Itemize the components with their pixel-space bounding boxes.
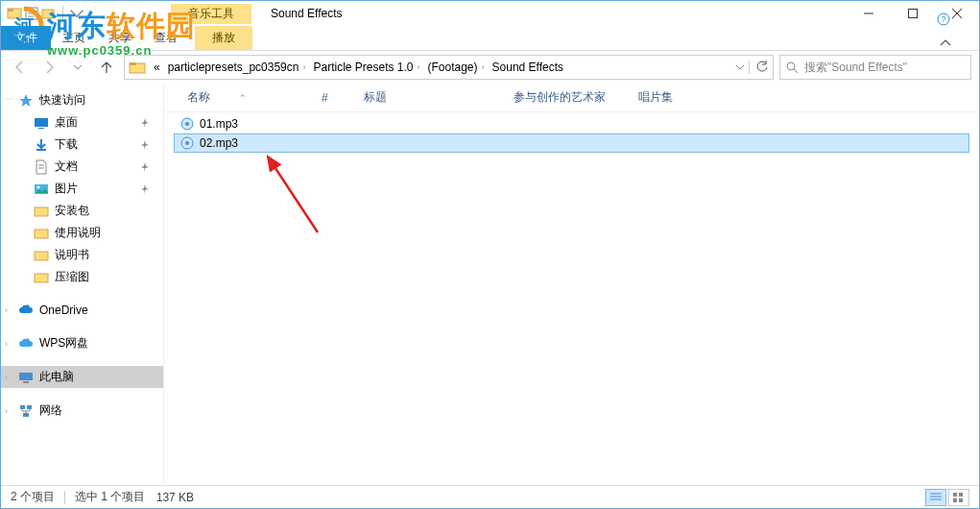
- desktop-icon: [34, 115, 49, 131]
- sidebar-label: 压缩图: [55, 269, 89, 285]
- navigation-pane: ﹀ 快速访问 桌面 下载 文档 图片 安装包: [1, 84, 164, 483]
- help-icon[interactable]: ?: [937, 12, 950, 26]
- col-name[interactable]: 名称⌃: [178, 84, 312, 111]
- crumb-item[interactable]: particlepresets_pc0359cn›: [164, 61, 310, 74]
- svg-rect-1: [8, 9, 13, 12]
- svg-rect-29: [23, 381, 29, 383]
- sidebar-label: 安装包: [55, 203, 89, 219]
- svg-text:?: ?: [941, 14, 945, 24]
- tab-home[interactable]: 主页: [51, 26, 97, 50]
- file-row[interactable]: 01.mp3: [174, 114, 969, 133]
- search-placeholder: 搜索"Sound Effects": [804, 60, 907, 76]
- chevron-right-icon: ›: [302, 62, 305, 72]
- minimize-button[interactable]: [847, 1, 891, 26]
- chevron-right-icon[interactable]: ›: [5, 406, 8, 416]
- new-folder-icon[interactable]: [41, 6, 57, 21]
- tab-play[interactable]: 播放: [195, 26, 252, 50]
- col-title[interactable]: 标题: [354, 84, 504, 111]
- svg-point-23: [37, 185, 40, 188]
- sidebar-folder[interactable]: 使用说明: [1, 222, 163, 244]
- sidebar-documents[interactable]: 文档: [1, 156, 163, 178]
- svg-rect-42: [953, 498, 957, 502]
- file-row[interactable]: 02.mp3: [174, 133, 969, 153]
- crumb-item[interactable]: Sound Effects: [489, 61, 568, 74]
- sidebar-label: 文档: [55, 158, 78, 175]
- crumb-item[interactable]: Particle Presets 1.0›: [309, 61, 423, 74]
- file-list[interactable]: 01.mp3 02.mp3: [164, 112, 979, 483]
- icons-view-button[interactable]: [948, 489, 969, 506]
- svg-line-16: [794, 69, 798, 73]
- sidebar-label: 此电脑: [39, 369, 74, 385]
- col-album[interactable]: 唱片集: [629, 84, 725, 111]
- sidebar-wps[interactable]: › WPS网盘: [1, 332, 163, 354]
- audio-file-icon: [180, 117, 194, 131]
- folder-icon: [34, 226, 49, 241]
- path-dropdown-icon[interactable]: [735, 62, 745, 72]
- forward-button[interactable]: [37, 56, 60, 79]
- chevron-right-icon[interactable]: ›: [5, 305, 8, 315]
- expand-ribbon-icon[interactable]: [939, 36, 952, 50]
- quick-access-toolbar: [1, 6, 84, 21]
- sidebar-downloads[interactable]: 下载: [1, 133, 163, 156]
- sidebar-folder[interactable]: 压缩图: [1, 266, 163, 288]
- svg-rect-28: [19, 373, 33, 380]
- svg-rect-17: [35, 118, 48, 127]
- search-input[interactable]: 搜索"Sound Effects": [779, 55, 971, 80]
- tab-share[interactable]: 共享: [97, 26, 143, 50]
- up-button[interactable]: [95, 56, 118, 79]
- properties-icon[interactable]: [24, 6, 39, 21]
- svg-rect-31: [27, 405, 32, 409]
- download-icon: [34, 137, 49, 153]
- column-headers[interactable]: 名称⌃ # 标题 参与创作的艺术家 唱片集: [164, 84, 979, 112]
- tab-file[interactable]: 文件: [1, 26, 51, 50]
- sidebar-label: OneDrive: [39, 303, 88, 317]
- network-icon: [18, 403, 34, 419]
- crumb-ellipsis[interactable]: «: [150, 61, 164, 74]
- chevron-right-icon[interactable]: ›: [5, 339, 8, 349]
- svg-rect-41: [959, 493, 963, 497]
- sidebar-onedrive[interactable]: › OneDrive: [1, 300, 163, 321]
- folder-icon: [34, 248, 49, 263]
- svg-rect-6: [42, 10, 54, 18]
- separator: [62, 6, 63, 21]
- sidebar-folder[interactable]: 说明书: [1, 244, 163, 266]
- status-bar: 2 个项目 选中 1 个项目 137 KB: [1, 485, 979, 508]
- svg-point-36: [185, 141, 189, 145]
- sidebar-label: 网络: [39, 402, 62, 419]
- svg-rect-40: [953, 493, 957, 497]
- sidebar-pictures[interactable]: 图片: [1, 178, 163, 200]
- svg-rect-8: [909, 10, 918, 18]
- svg-point-15: [787, 62, 795, 70]
- sidebar-quick-access[interactable]: ﹀ 快速访问: [1, 89, 163, 111]
- sidebar-label: 快速访问: [39, 92, 85, 109]
- col-artist[interactable]: 参与创作的艺术家: [504, 84, 629, 111]
- chevron-right-icon[interactable]: ›: [5, 373, 8, 382]
- title-bar: 音乐工具 Sound Effects: [1, 1, 979, 26]
- back-button[interactable]: [9, 56, 32, 79]
- sidebar-this-pc[interactable]: › 此电脑: [1, 366, 163, 388]
- context-tab-music: 音乐工具: [171, 4, 251, 24]
- details-view-button[interactable]: [925, 489, 946, 506]
- sidebar-network[interactable]: › 网络: [1, 400, 163, 422]
- refresh-icon[interactable]: [749, 61, 769, 74]
- sidebar-desktop[interactable]: 桌面: [1, 111, 163, 133]
- breadcrumb-path[interactable]: « particlepresets_pc0359cn› Particle Pre…: [124, 55, 774, 80]
- chevron-down-icon[interactable]: ﹀: [5, 94, 13, 107]
- tab-view[interactable]: 查看: [143, 26, 189, 50]
- file-name: 01.mp3: [200, 117, 238, 131]
- recent-dropdown[interactable]: [66, 56, 89, 79]
- cloud-icon: [18, 336, 34, 351]
- svg-rect-43: [959, 498, 963, 502]
- maximize-button[interactable]: [891, 1, 935, 26]
- sort-up-icon: ⌃: [239, 93, 247, 103]
- sidebar-label: 说明书: [55, 247, 89, 263]
- col-num[interactable]: #: [312, 85, 354, 110]
- sidebar-label: 使用说明: [55, 225, 101, 241]
- crumb-item[interactable]: (Footage)›: [424, 61, 489, 74]
- svg-rect-14: [130, 62, 136, 65]
- app-icon: [7, 6, 22, 21]
- file-name: 02.mp3: [200, 136, 238, 150]
- view-buttons: [925, 489, 969, 506]
- qat-dropdown-icon[interactable]: [69, 6, 84, 21]
- sidebar-folder[interactable]: 安装包: [1, 200, 163, 222]
